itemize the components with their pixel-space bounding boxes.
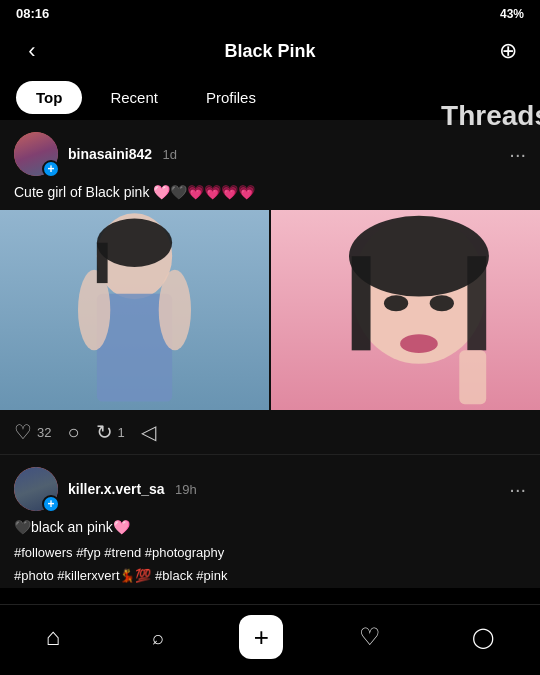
post-2: + killer.x.vert_sa 19h ··· 🖤black an pin… (0, 455, 540, 588)
post-2-more-button[interactable]: ··· (509, 478, 526, 501)
repost-button[interactable]: ↻ 1 (96, 420, 125, 444)
post-2-header: + killer.x.vert_sa 19h ··· (0, 467, 540, 511)
svg-rect-13 (467, 256, 486, 350)
post-2-user-info: killer.x.vert_sa 19h (68, 480, 509, 498)
like-count: 32 (37, 425, 51, 440)
post-1-more-button[interactable]: ··· (509, 143, 526, 166)
status-bar: 08:16 43% (0, 0, 540, 27)
post-1-user-info: binasaini842 1d (68, 145, 509, 163)
comment-button[interactable]: ○ (67, 421, 79, 444)
nav-home[interactable]: ⌂ (30, 619, 77, 655)
post-2-avatar-wrap: + (14, 467, 58, 511)
back-button[interactable]: ‹ (16, 35, 48, 67)
tabs-bar: Top Recent Profiles (0, 75, 540, 120)
post-2-tags: #followers #fyp #trend #photography #pho… (0, 541, 540, 588)
search-title: Black Pink (48, 41, 492, 62)
header: ‹ Black Pink ⊕ (0, 27, 540, 75)
repost-icon: ↻ (96, 420, 113, 444)
svg-point-15 (430, 295, 454, 311)
search-icon: ⌕ (152, 626, 164, 649)
svg-rect-7 (97, 243, 108, 283)
post-1: + binasaini842 1d ··· Cute girl of Black… (0, 120, 540, 454)
post-1-avatar-wrap: + (14, 132, 58, 176)
tab-top[interactable]: Top (16, 81, 82, 114)
nav-heart[interactable]: ♡ (343, 619, 397, 655)
share-button[interactable]: ◁ (141, 420, 156, 444)
status-icons: 43% (500, 7, 524, 21)
svg-point-6 (97, 219, 172, 267)
svg-rect-17 (459, 350, 486, 404)
post-1-image-right[interactable] (271, 210, 540, 410)
post-2-add-badge[interactable]: + (42, 495, 60, 513)
heart-outline-icon: ♡ (359, 623, 381, 651)
add-button[interactable]: ⊕ (492, 35, 524, 67)
post-1-time: 1d (163, 147, 177, 162)
tab-profiles[interactable]: Profiles (186, 81, 276, 114)
repost-count: 1 (118, 425, 125, 440)
post-1-add-badge[interactable]: + (42, 160, 60, 178)
post-1-username[interactable]: binasaini842 (68, 146, 152, 162)
nav-search[interactable]: ⌕ (136, 622, 180, 653)
svg-point-16 (400, 334, 438, 353)
add-icon: + (254, 624, 269, 650)
like-button[interactable]: ♡ 32 (14, 420, 51, 444)
heart-icon: ♡ (14, 420, 32, 444)
post-2-username[interactable]: killer.x.vert_sa (68, 481, 165, 497)
home-icon: ⌂ (46, 623, 61, 651)
post-1-image-left[interactable] (0, 210, 269, 410)
svg-point-14 (384, 295, 408, 311)
profile-icon: ◯ (472, 625, 494, 649)
share-icon: ◁ (141, 420, 156, 444)
nav-profile[interactable]: ◯ (456, 621, 510, 653)
svg-point-5 (159, 270, 191, 351)
post-1-header: + binasaini842 1d ··· (0, 132, 540, 176)
post-2-first-line: 🖤black an pink🩷 (0, 519, 540, 535)
content-area: + binasaini842 1d ··· Cute girl of Black… (0, 120, 540, 588)
post-1-caption: Cute girl of Black pink 🩷🖤💗💗💗💗 (0, 184, 540, 200)
post-1-actions: ♡ 32 ○ ↻ 1 ◁ (0, 410, 540, 454)
post-2-time: 19h (175, 482, 197, 497)
nav-add-button[interactable]: + (239, 615, 283, 659)
battery-level: 43% (500, 7, 524, 21)
comment-icon: ○ (67, 421, 79, 444)
time: 08:16 (16, 6, 49, 21)
bottom-nav: ⌂ ⌕ + ♡ ◯ (0, 604, 540, 675)
svg-rect-12 (352, 256, 371, 350)
tab-recent[interactable]: Recent (90, 81, 178, 114)
post-1-images (0, 210, 540, 410)
